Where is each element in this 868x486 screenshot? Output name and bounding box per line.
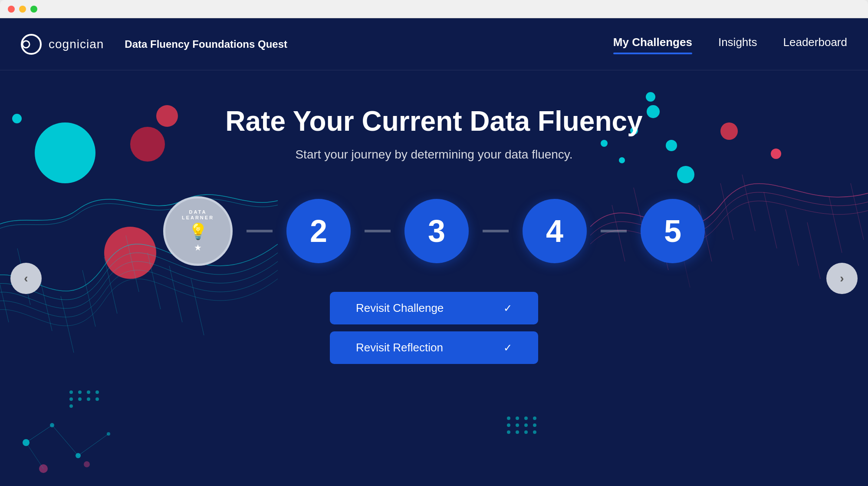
level-2-circle[interactable]: 2	[286, 199, 351, 263]
svg-line-21	[807, 222, 820, 279]
levels-row: DATALEARNER 💡 ★ 2 3 4 5	[163, 196, 705, 266]
red-circle-right-1	[720, 122, 738, 140]
red-circle-3	[104, 227, 156, 279]
svg-point-29	[39, 464, 48, 473]
svg-line-18	[742, 175, 755, 231]
connector-2-3	[365, 230, 391, 232]
header: cognician Data Fluency Foundations Quest…	[0, 18, 868, 70]
teal-big-circle	[35, 122, 95, 183]
teal-circle-right-6	[677, 166, 694, 183]
close-button[interactable]	[8, 6, 15, 13]
revisit-reflection-button[interactable]: Revisit Reflection ✓	[330, 331, 538, 364]
svg-point-26	[50, 423, 54, 427]
teal-small-circle-1	[12, 114, 22, 123]
svg-point-0	[22, 35, 41, 54]
svg-line-20	[786, 209, 799, 266]
svg-line-10	[169, 266, 182, 322]
revisit-challenge-label: Revisit Challenge	[356, 301, 444, 315]
check-icon-1: ✓	[503, 302, 512, 314]
svg-point-27	[76, 453, 81, 458]
hero-title: Rate Your Current Data Fluency	[225, 105, 642, 137]
revisit-reflection-label: Revisit Reflection	[356, 341, 443, 354]
svg-line-32	[52, 425, 78, 456]
right-chevron-icon: ›	[840, 271, 844, 285]
connector-3-4	[483, 230, 509, 232]
level-4-circle[interactable]: 4	[523, 199, 587, 263]
svg-line-22	[829, 196, 842, 253]
logo-text: cognician	[49, 37, 104, 51]
svg-point-1	[23, 41, 30, 48]
nav-insights[interactable]: Insights	[718, 36, 757, 53]
red-circle-1	[156, 105, 178, 127]
svg-line-23	[851, 183, 864, 240]
window-chrome	[0, 0, 868, 18]
red-circle-right-2	[771, 149, 781, 159]
svg-line-2	[0, 266, 9, 322]
svg-line-8	[126, 235, 139, 292]
network-nodes-left	[0, 356, 182, 486]
svg-line-33	[78, 434, 108, 456]
level-3-number: 3	[428, 213, 445, 249]
nav-my-challenges[interactable]: My Challenges	[613, 36, 692, 53]
revisit-challenge-button[interactable]: Revisit Challenge ✓	[330, 292, 538, 324]
svg-line-7	[104, 257, 117, 314]
svg-point-30	[84, 461, 90, 467]
level-5-number: 5	[664, 213, 681, 249]
next-arrow-button[interactable]: ›	[826, 263, 858, 294]
buttons-section: Revisit Challenge ✓ Revisit Reflection ✓	[330, 292, 538, 364]
level-4-number: 4	[546, 213, 563, 249]
title-section: Rate Your Current Data Fluency Start you…	[225, 105, 642, 162]
level-3-circle[interactable]: 3	[404, 199, 469, 263]
svg-line-6	[82, 270, 95, 327]
level-1-badge[interactable]: DATALEARNER 💡 ★	[163, 196, 233, 266]
bulb-icon: 💡	[188, 222, 208, 241]
svg-line-11	[191, 279, 204, 335]
connector-4-5	[601, 230, 627, 232]
hero-subtitle: Start your journey by determining your d…	[225, 148, 642, 162]
svg-line-31	[26, 425, 52, 443]
quest-title: Data Fluency Foundations Quest	[125, 38, 287, 50]
logo-area: cognician	[21, 34, 104, 55]
red-circle-2	[130, 127, 165, 162]
svg-line-19	[764, 192, 777, 248]
left-chevron-icon: ‹	[24, 271, 28, 285]
teal-circle-right-3	[666, 140, 677, 151]
teal-circle-right-5	[646, 92, 655, 102]
fullscreen-button[interactable]	[30, 6, 37, 13]
level-5-circle[interactable]: 5	[641, 199, 705, 263]
level-2-number: 2	[310, 213, 327, 249]
main-nav: My Challenges Insights Leaderboard	[613, 36, 847, 53]
svg-line-9	[148, 253, 161, 309]
dots-grid-right	[507, 417, 538, 434]
badge-label: DATALEARNER	[182, 209, 214, 221]
logo-icon	[21, 34, 42, 55]
prev-arrow-button[interactable]: ‹	[10, 263, 42, 294]
svg-point-28	[107, 432, 110, 436]
check-icon-2: ✓	[503, 342, 512, 354]
teal-circle-right-1	[647, 105, 660, 118]
connector-1-2	[247, 230, 273, 232]
nav-leaderboard[interactable]: Leaderboard	[783, 36, 847, 53]
app-container: cognician Data Fluency Foundations Quest…	[0, 18, 868, 486]
svg-line-17	[720, 183, 733, 240]
svg-point-25	[23, 439, 30, 446]
svg-line-5	[61, 296, 74, 353]
star-icon: ★	[194, 242, 202, 253]
main-content: Rate Your Current Data Fluency Start you…	[0, 70, 868, 486]
svg-line-4	[39, 274, 52, 331]
svg-line-34	[26, 443, 43, 469]
dots-grid-left	[69, 390, 101, 408]
minimize-button[interactable]	[19, 6, 26, 13]
